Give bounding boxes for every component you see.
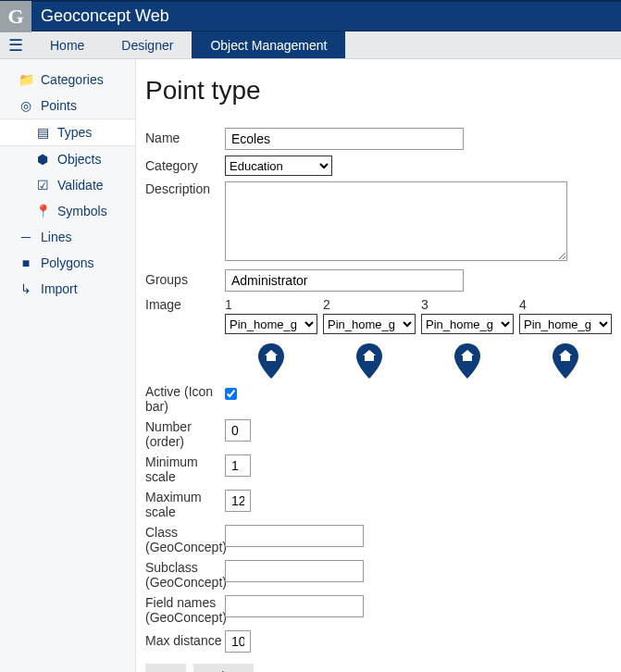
image-number: 3 bbox=[421, 297, 428, 314]
cube-icon: ⬢ bbox=[33, 152, 52, 167]
check-icon: ☑ bbox=[33, 178, 52, 193]
maxscale-input[interactable] bbox=[225, 490, 251, 512]
sidebar-label: Symbols bbox=[57, 204, 107, 218]
polygon-icon: ■ bbox=[17, 255, 35, 270]
sidebar-item-lines[interactable]: ─ Lines bbox=[0, 224, 135, 250]
image-number: 2 bbox=[323, 297, 330, 314]
label-maxscale: Maximum scale bbox=[145, 490, 225, 519]
image-select[interactable]: Pin_home_g bbox=[421, 314, 514, 334]
label-minscale: Minimum scale bbox=[145, 454, 225, 484]
line-icon: ─ bbox=[17, 230, 35, 244]
sidebar-label: Points bbox=[41, 98, 77, 113]
import-icon: ↳ bbox=[17, 281, 35, 296]
pin-preview bbox=[421, 334, 514, 379]
pin-home-icon bbox=[453, 343, 481, 379]
maxdist-input[interactable] bbox=[225, 630, 251, 653]
name-input[interactable] bbox=[225, 128, 464, 150]
sidebar-item-import[interactable]: ↳ Import bbox=[0, 276, 135, 302]
app-title: Geoconcept Web bbox=[31, 6, 169, 26]
image-column: 1Pin_home_g bbox=[225, 297, 317, 379]
image-select[interactable]: Pin_home_g bbox=[225, 314, 317, 334]
description-textarea[interactable] bbox=[225, 181, 567, 261]
label-description: Description bbox=[145, 181, 225, 196]
label-fieldnames: Field names (GeoConcept) bbox=[145, 595, 225, 625]
image-number: 4 bbox=[519, 297, 527, 314]
sidebar-label: Import bbox=[41, 281, 78, 296]
sidebar-label: Lines bbox=[41, 230, 71, 244]
sidebar-item-types[interactable]: ▤ Types bbox=[0, 118, 135, 146]
image-column: 4Pin_home_g bbox=[519, 297, 612, 379]
pin-preview bbox=[323, 334, 416, 379]
pin-preview bbox=[519, 334, 612, 379]
label-class: Class (GeoConcept) bbox=[145, 525, 225, 554]
number-input[interactable] bbox=[225, 419, 251, 442]
sidebar-item-categories[interactable]: 📁 Categories bbox=[0, 67, 135, 93]
menubar: ☰ Home Designer Object Management bbox=[0, 31, 621, 59]
image-number: 1 bbox=[225, 297, 232, 314]
sidebar-label: Types bbox=[57, 125, 92, 140]
target-icon: ◎ bbox=[17, 98, 35, 113]
image-select[interactable]: Pin_home_g bbox=[519, 314, 612, 334]
class-input[interactable] bbox=[225, 525, 364, 547]
sidebar-label: Objects bbox=[57, 152, 101, 167]
app-logo: G bbox=[0, 1, 31, 32]
sidebar-label: Polygons bbox=[41, 255, 94, 270]
label-groups: Groups bbox=[145, 269, 225, 287]
sidebar-label: Categories bbox=[41, 72, 104, 87]
image-column: 2Pin_home_g bbox=[323, 297, 416, 379]
images-row: 1Pin_home_g2Pin_home_g3Pin_home_g4Pin_ho… bbox=[225, 297, 612, 379]
label-active: Active (Icon bar) bbox=[145, 384, 225, 414]
label-maxdist: Max distance bbox=[145, 630, 225, 648]
menu-home[interactable]: Home bbox=[31, 31, 103, 58]
label-image: Image bbox=[145, 297, 225, 312]
hamburger-icon[interactable]: ☰ bbox=[0, 31, 31, 58]
fieldnames-input[interactable] bbox=[225, 595, 364, 617]
active-checkbox[interactable] bbox=[225, 388, 237, 400]
pin-icon: 📍 bbox=[33, 204, 52, 218]
sidebar-item-objects[interactable]: ⬢ Objects bbox=[0, 146, 135, 172]
pin-home-icon bbox=[257, 343, 285, 379]
subclass-input[interactable] bbox=[225, 560, 364, 582]
label-category: Category bbox=[145, 156, 225, 173]
pin-home-icon bbox=[552, 343, 579, 379]
category-select[interactable]: Education bbox=[225, 156, 332, 176]
sidebar-label: Validate bbox=[57, 178, 104, 193]
menu-object-management[interactable]: Object Management bbox=[192, 31, 345, 58]
pin-preview bbox=[225, 334, 317, 379]
sidebar: 📁 Categories ◎ Points ▤ Types ⬢ Objects … bbox=[0, 59, 136, 672]
minscale-input[interactable] bbox=[225, 454, 251, 477]
topbar: G Geoconcept Web bbox=[0, 0, 621, 31]
label-subclass: Subclass (GeoConcept) bbox=[145, 560, 225, 590]
menu-designer[interactable]: Designer bbox=[103, 31, 192, 58]
list-icon: ▤ bbox=[33, 125, 52, 140]
page-title: Point type bbox=[145, 76, 612, 106]
folder-icon: 📁 bbox=[17, 72, 35, 87]
sidebar-item-symbols[interactable]: 📍 Symbols bbox=[0, 198, 135, 224]
image-column: 3Pin_home_g bbox=[421, 297, 514, 379]
sidebar-item-polygons[interactable]: ■ Polygons bbox=[0, 250, 135, 276]
logo-letter: G bbox=[7, 5, 23, 29]
groups-input[interactable] bbox=[225, 269, 464, 292]
label-number: Number (order) bbox=[145, 419, 225, 449]
content: Point type Name Category Education Descr… bbox=[136, 59, 621, 672]
label-name: Name bbox=[145, 128, 225, 145]
sidebar-item-validate[interactable]: ☑ Validate bbox=[0, 172, 135, 198]
pin-home-icon bbox=[355, 343, 383, 379]
image-select[interactable]: Pin_home_g bbox=[323, 314, 416, 334]
ok-button[interactable]: OK bbox=[145, 664, 186, 672]
sidebar-item-points[interactable]: ◎ Points bbox=[0, 93, 135, 118]
delete-button[interactable]: Delete bbox=[193, 664, 253, 672]
